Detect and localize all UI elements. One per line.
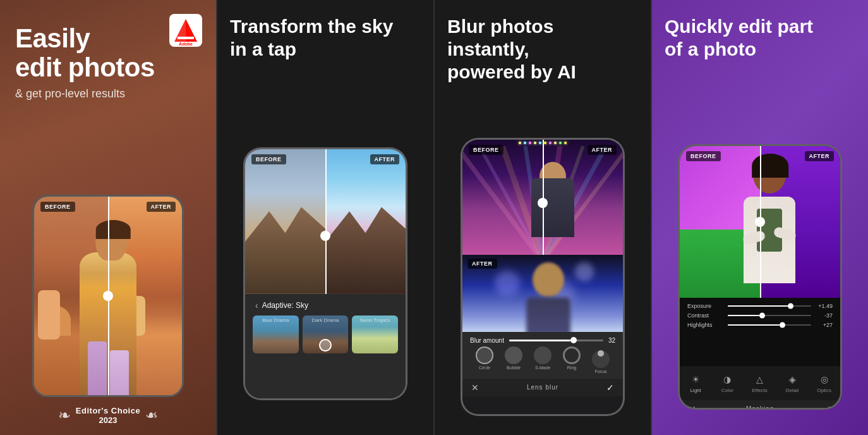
panel4-close-icon[interactable]: ✕	[689, 404, 696, 410]
sky-before	[245, 149, 325, 294]
panel1-ba-bar: BEFORE AFTER	[34, 202, 182, 212]
contrast-slider[interactable]	[728, 315, 811, 316]
panel-2: Transform the sky in a tap BEFORE AFTER …	[216, 0, 435, 435]
panel4-heading: Quickly edit part of a photo	[652, 0, 868, 61]
panel2-preset-header: ‹ Adaptive: Sky	[253, 300, 398, 310]
panel3-bottom-bar: ✕ Lens blur ✓	[462, 379, 623, 396]
panel3-carnival: BEFORE AFTER	[462, 140, 623, 255]
panel4-circle	[755, 217, 765, 227]
adj-contrast: Contrast -37	[687, 312, 833, 319]
exposure-slider[interactable]	[728, 305, 811, 307]
blur-tool-focus[interactable]: Focus	[592, 346, 610, 374]
panel1-top: Adobe Easily edit photos & get pro-level…	[0, 0, 216, 101]
blur-slider[interactable]	[509, 340, 603, 341]
panel3-ba-bar: BEFORE AFTER	[462, 145, 623, 155]
panel2-divider	[325, 149, 327, 294]
optics-icon: ◎	[817, 372, 831, 386]
panel2-sky-photo	[245, 149, 406, 294]
adobe-logo: Adobe	[169, 14, 202, 47]
panel1-after-label: AFTER	[147, 202, 176, 212]
editors-choice-badge: ❧ Editor's Choice 2023 ❧	[58, 406, 158, 425]
panel4-after-label: AFTER	[805, 151, 835, 161]
panel1-subtitle: & get pro-level results	[15, 87, 201, 101]
panel3-heading: Blur photos instantly, powered by AI	[435, 0, 651, 83]
highlights-slider[interactable]	[728, 324, 811, 326]
panel-3: Blur photos instantly, powered by AI BEF…	[435, 0, 652, 435]
panel4-check-icon[interactable]: ✓	[824, 404, 831, 410]
panel3-blur-controls: Blur amount 32 Circle Bubble S	[462, 332, 623, 379]
blur-amount-row: Blur amount 32	[470, 337, 615, 344]
panel4-bar-label: Masking	[746, 405, 774, 410]
laurel-right: ❧	[145, 407, 158, 424]
panel3-bar-label: Lens blur	[527, 384, 558, 391]
adj-highlights: Highlights +27	[687, 322, 833, 328]
panel4-phone: BEFORE AFTER	[678, 144, 842, 410]
panel3-circle	[538, 198, 548, 208]
panel2-before-label: BEFORE	[251, 154, 286, 164]
panel-1: Adobe Easily edit photos & get pro-level…	[0, 0, 216, 435]
choice-text: Editor's Choice 2023	[76, 406, 140, 425]
panel3-after-label: AFTER	[588, 145, 617, 155]
svg-text:Adobe: Adobe	[179, 42, 193, 46]
tab-detail[interactable]: ◈ Detail	[785, 372, 799, 393]
detail-icon: ◈	[785, 372, 799, 386]
panel4-before-label: BEFORE	[686, 151, 721, 161]
tab-light[interactable]: ☀ Light	[689, 372, 702, 393]
panel3-divider	[543, 140, 544, 255]
preset-blue-drama[interactable]: Blue Drama	[253, 316, 299, 353]
panel2-circle	[320, 231, 330, 241]
panel1-photo	[34, 197, 182, 395]
blur-tool-circle[interactable]: Circle	[476, 346, 493, 374]
tab-optics[interactable]: ◎ Optics	[817, 372, 831, 393]
panel2-bottom-bar: ✕ Presets ✓	[245, 398, 406, 400]
panel3-before-label: BEFORE	[469, 145, 503, 155]
panel2-phone: BEFORE AFTER ‹ Adaptive: Sky Blue Drama	[243, 147, 407, 400]
blur-tool-bubble[interactable]: Bubble	[505, 346, 522, 374]
blur-tool-ring[interactable]: Ring	[563, 346, 581, 374]
panel4-bottom-bar: ✕ Masking ✓	[680, 400, 840, 410]
panel4-photo: BEFORE AFTER	[680, 146, 840, 298]
panel1-phone: BEFORE AFTER	[32, 195, 184, 397]
panel-4: Quickly edit part of a photo BEFORE AFTE…	[652, 0, 868, 435]
blur-tools-row: Circle Bubble S-blade Ring	[470, 346, 615, 374]
panel3-check-icon[interactable]: ✓	[606, 383, 614, 393]
panel2-preset-panel: ‹ Adaptive: Sky Blue Drama Dark Drama Ne…	[245, 294, 406, 398]
panel4-person	[738, 154, 801, 298]
blur-tool-sblade[interactable]: S-blade	[534, 346, 552, 374]
sky-after	[325, 149, 406, 294]
divider-circle	[103, 291, 113, 301]
adj-exposure: Exposure +1.49	[687, 303, 833, 309]
light-icon: ☀	[689, 372, 702, 386]
tab-effects[interactable]: △ Effects	[752, 372, 768, 393]
panel4-ba-bar: BEFORE AFTER	[680, 151, 840, 161]
panel3-close-icon[interactable]: ✕	[471, 383, 479, 393]
preset-dark-drama[interactable]: Dark Drama	[303, 316, 349, 353]
panel1-before-label: BEFORE	[40, 202, 75, 212]
preset-neon-tropics[interactable]: Neon Tropics	[352, 316, 398, 353]
effects-icon: △	[753, 372, 767, 386]
panel2-after-label: AFTER	[370, 154, 400, 164]
panel2-heading: Transform the sky in a tap	[217, 0, 433, 61]
svg-rect-3	[178, 37, 194, 39]
color-icon: ◑	[720, 372, 734, 386]
panel4-adjustments: Exposure +1.49 Contrast -37 Highlights	[680, 298, 840, 366]
panel2-preset-thumbnails: Blue Drama Dark Drama Neon Tropics	[253, 316, 398, 353]
panel2-ba-bar: BEFORE AFTER	[245, 154, 406, 164]
panel3-phone: BEFORE AFTER	[461, 138, 625, 416]
tab-color[interactable]: ◑ Color	[720, 372, 734, 393]
laurel-left: ❧	[58, 407, 71, 424]
panel4-tool-tabs: ☀ Light ◑ Color △ Effects ◈ Detail ◎ Opt…	[680, 366, 840, 400]
